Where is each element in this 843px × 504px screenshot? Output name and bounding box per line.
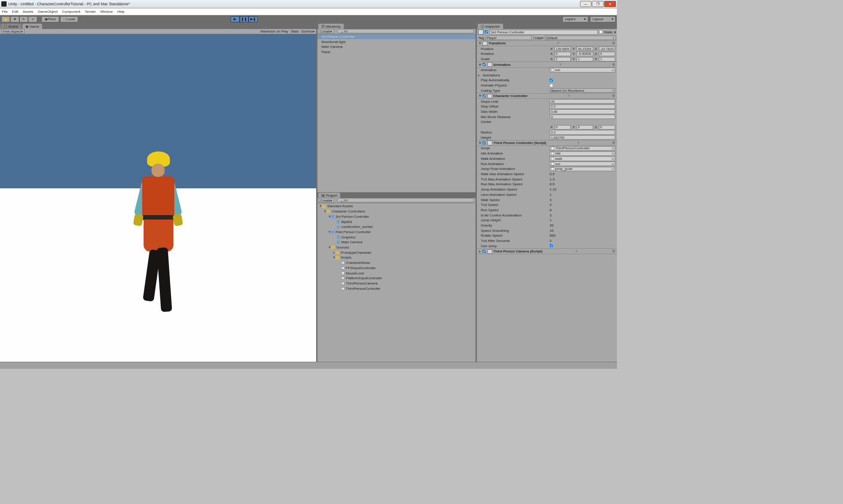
layer-dropdown[interactable]: Default⁞ bbox=[545, 36, 616, 40]
menu-file[interactable]: File bbox=[2, 10, 7, 14]
hierarchy-item[interactable]: Plane bbox=[317, 50, 476, 55]
tag-dropdown[interactable]: Player⁞ bbox=[485, 36, 533, 40]
gear-icon[interactable]: ⚙ bbox=[612, 94, 616, 98]
layout-dropdown[interactable]: Layout▾ bbox=[590, 16, 616, 22]
project-item[interactable]: Main Camera bbox=[317, 240, 476, 245]
gear-icon[interactable]: ⚙ bbox=[612, 249, 616, 253]
project-item[interactable]: CharacterMotor bbox=[317, 260, 476, 266]
close-button[interactable]: ✕ bbox=[604, 1, 616, 7]
slope-field[interactable] bbox=[550, 99, 615, 104]
stats-toggle[interactable]: Stats bbox=[291, 29, 299, 33]
canjump-checkbox[interactable] bbox=[550, 244, 553, 248]
gear-icon[interactable]: ⚙ bbox=[612, 141, 616, 145]
gizmos-toggle[interactable]: Gizmos bbox=[301, 29, 313, 33]
rotate-tool[interactable]: ↻ bbox=[19, 16, 28, 22]
project-create[interactable]: Create ▾ bbox=[319, 198, 334, 202]
gear-icon[interactable]: ⚙ bbox=[612, 63, 616, 67]
center-x[interactable] bbox=[555, 125, 571, 130]
pos-y[interactable] bbox=[576, 47, 593, 51]
step-button[interactable]: ▶❚ bbox=[249, 16, 257, 22]
active-checkbox[interactable] bbox=[485, 30, 488, 34]
tpcam-header[interactable]: ▸Third Person Camera (Script)?⚙ bbox=[477, 248, 617, 254]
component-enable[interactable] bbox=[483, 141, 486, 145]
hierarchy-item[interactable]: 3rd Person Controller bbox=[317, 34, 476, 40]
tab-project[interactable]: ▤Project bbox=[318, 193, 340, 198]
minmove-field[interactable] bbox=[550, 115, 615, 119]
scale-y[interactable] bbox=[576, 57, 593, 61]
animation-ref[interactable]: runo bbox=[550, 68, 615, 72]
aspect-dropdown[interactable]: Free Aspect ▾ bbox=[1, 29, 25, 33]
prop-label[interactable]: Animations bbox=[481, 73, 549, 77]
help-icon[interactable]: ? bbox=[568, 94, 572, 98]
charctrl-header[interactable]: ▼Character Controller?⚙ bbox=[477, 93, 617, 99]
game-view[interactable] bbox=[0, 34, 316, 362]
hierarchy-search[interactable]: 🔍 All bbox=[337, 29, 475, 33]
play-auto-checkbox[interactable] bbox=[550, 79, 553, 82]
scale-z[interactable] bbox=[599, 57, 615, 61]
menu-edit[interactable]: Edit bbox=[12, 10, 18, 14]
project-item[interactable]: Graphics bbox=[317, 234, 476, 240]
help-icon[interactable]: ? bbox=[559, 63, 563, 67]
pos-z[interactable] bbox=[599, 47, 615, 51]
jump-ref[interactable]: jump_poseo bbox=[550, 167, 615, 171]
project-item[interactable]: PlatformInputController bbox=[317, 276, 476, 281]
radius-field[interactable] bbox=[550, 130, 615, 134]
project-search[interactable]: 🔍 All bbox=[337, 198, 475, 202]
project-item[interactable]: MouseLook bbox=[317, 270, 476, 276]
component-enable[interactable] bbox=[483, 63, 486, 66]
project-item[interactable]: ▼Character Controllers bbox=[317, 209, 476, 214]
project-item[interactable]: ▼3rd Person Controller bbox=[317, 214, 476, 219]
animate-physics-checkbox[interactable] bbox=[550, 84, 553, 87]
component-enable[interactable] bbox=[483, 250, 486, 253]
help-icon[interactable]: ? bbox=[557, 41, 561, 45]
help-icon[interactable]: ? bbox=[577, 141, 581, 145]
menu-assets[interactable]: Assets bbox=[23, 10, 33, 14]
project-item[interactable]: Bip001 bbox=[317, 219, 476, 224]
tpc-script-header[interactable]: ▼Third Person Controller (Script)?⚙ bbox=[477, 140, 617, 146]
hierarchy-item[interactable]: Main Camera bbox=[317, 44, 476, 50]
tab-game[interactable]: ◉Game bbox=[22, 24, 43, 29]
project-item[interactable]: FPSInputController bbox=[317, 266, 476, 271]
static-checkbox[interactable] bbox=[599, 30, 602, 34]
center-z[interactable] bbox=[599, 125, 615, 130]
maximize-toggle[interactable]: Maximize on Play bbox=[260, 29, 288, 33]
menu-gameobject[interactable]: GameObject bbox=[38, 10, 58, 14]
project-item[interactable]: ▼Standard Assets bbox=[317, 204, 476, 209]
culling-dropdown[interactable]: Based On Renderers⁞ bbox=[550, 88, 615, 93]
hand-tool[interactable]: ✋ bbox=[1, 16, 10, 22]
rot-z[interactable] bbox=[599, 52, 615, 56]
animation-header[interactable]: ▼Animation?⚙ bbox=[477, 61, 617, 67]
rot-x[interactable] bbox=[555, 52, 571, 56]
project-item[interactable]: ▸PrototypeCharacter bbox=[317, 250, 476, 255]
scale-tool[interactable]: ⤢ bbox=[28, 16, 37, 22]
project-item[interactable]: ▼Sources bbox=[317, 245, 476, 250]
maximize-button[interactable]: ❐ bbox=[592, 1, 603, 7]
help-icon[interactable]: ? bbox=[575, 249, 579, 253]
gameobject-name-field[interactable] bbox=[490, 30, 598, 35]
run-ref[interactable]: runo bbox=[550, 162, 615, 166]
menu-terrain[interactable]: Terrain bbox=[85, 10, 96, 14]
component-enable[interactable] bbox=[483, 94, 486, 98]
walk-ref[interactable]: walko bbox=[550, 156, 615, 161]
menu-help[interactable]: Help bbox=[117, 10, 125, 14]
gear-icon[interactable]: ⚙ bbox=[612, 41, 616, 45]
move-tool[interactable]: ✥ bbox=[10, 16, 19, 22]
menu-component[interactable]: Component bbox=[62, 10, 81, 14]
local-toggle[interactable]: ⬚ Local bbox=[60, 16, 78, 22]
hierarchy-item[interactable]: Directional light bbox=[317, 39, 476, 44]
project-item[interactable]: construction_worker bbox=[317, 224, 476, 230]
project-item[interactable]: ▼Scripts bbox=[317, 255, 476, 260]
center-y[interactable] bbox=[576, 125, 593, 130]
script-ref[interactable]: ThirdPersonControllero bbox=[550, 146, 615, 151]
hierarchy-create[interactable]: Create ▾ bbox=[319, 29, 334, 33]
project-item[interactable]: ThirdPersonController bbox=[317, 286, 476, 291]
pos-x[interactable] bbox=[555, 47, 571, 51]
pivot-toggle[interactable]: ▣ Pivot bbox=[41, 16, 59, 22]
transform-header[interactable]: ▼Transform?⚙ bbox=[477, 40, 617, 46]
tab-scene[interactable]: ⬚Scene bbox=[0, 24, 22, 29]
pause-button[interactable]: ❚❚ bbox=[240, 16, 249, 22]
menu-window[interactable]: Window bbox=[100, 10, 113, 14]
minimize-button[interactable]: — bbox=[580, 1, 591, 7]
rot-y[interactable] bbox=[576, 52, 593, 56]
idle-ref[interactable]: idleo bbox=[550, 151, 615, 156]
